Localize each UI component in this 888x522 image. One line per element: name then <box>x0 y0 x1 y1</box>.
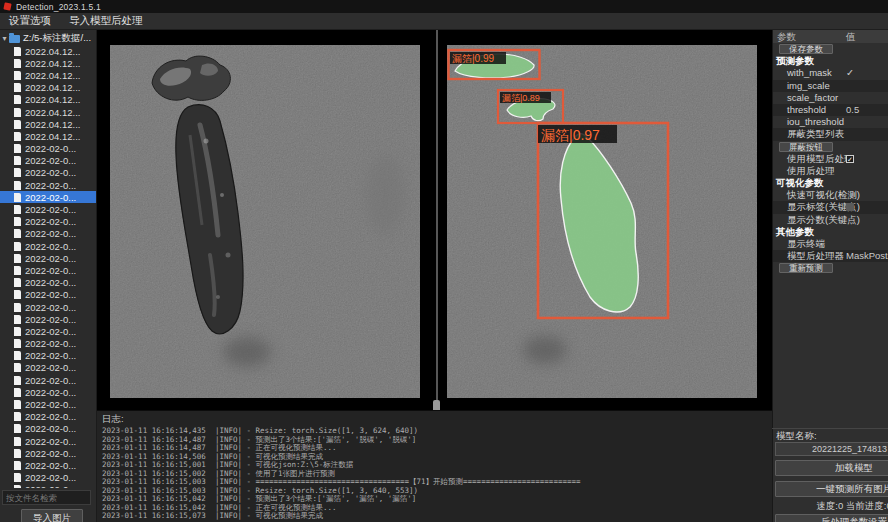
progress-text: 速度:0 当前进度:0 <box>775 500 888 513</box>
prediction-image-canvas[interactable]: 漏箔|0.99 漏箔|0.89 漏箔|0.97 <box>447 45 757 398</box>
tree-item[interactable]: 2022-02-0... <box>0 386 96 398</box>
tree-item[interactable]: 2022-02-0... <box>0 313 96 325</box>
file-icon <box>14 181 21 190</box>
param-row[interactable]: 模型后处理器MaskPostPro <box>773 250 888 262</box>
tree-item-label: 2022.04.12... <box>25 107 80 118</box>
import-images-button[interactable]: 导入图片 <box>21 509 83 522</box>
file-icon <box>14 363 21 372</box>
param-label: img_scale <box>787 80 830 92</box>
param-row[interactable]: 快速可视化(检测) <box>773 189 888 201</box>
log-content[interactable]: 2023-01-11 16:16:14,435 |INFO| - Resize:… <box>97 427 772 521</box>
tree-item[interactable]: 2022-02-0... <box>0 277 96 289</box>
tree-root-row[interactable]: ▾ Z:/5-标注数据/... <box>0 32 96 45</box>
param-label: iou_threshold <box>787 116 844 128</box>
search-input[interactable] <box>2 490 91 505</box>
menu-settings[interactable]: 设置选项 <box>9 14 51 28</box>
chevron-down-icon[interactable]: ▾ <box>0 34 9 43</box>
param-button[interactable]: 屏蔽按钮 <box>779 142 833 152</box>
value-column-header: 值 <box>846 30 856 43</box>
tree-item[interactable]: 2022-02-0... <box>0 301 96 313</box>
tree-item-label: 2022.04.12... <box>25 46 80 57</box>
param-row[interactable]: iou_threshold <box>773 116 888 128</box>
file-icon <box>14 156 21 165</box>
load-model-button[interactable]: 加载模型 <box>775 460 888 476</box>
log-title: 日志: <box>97 411 772 427</box>
file-tree[interactable]: ▾ Z:/5-标注数据/... 2022.04.12...2022.04.12.… <box>0 32 96 488</box>
tree-item-label: 2022-02-0... <box>25 192 76 203</box>
param-row[interactable]: 重新预测 <box>773 262 888 274</box>
tree-item-label: 2022-02-0... <box>25 180 76 191</box>
tree-item[interactable]: 2022-02-0... <box>0 411 96 423</box>
tree-item-label: 2022-02-0... <box>25 460 76 471</box>
param-row[interactable]: scale_factor <box>773 92 888 104</box>
param-row[interactable]: threshold0.5 <box>773 104 888 116</box>
tree-item-label: 2022.04.12... <box>25 70 80 81</box>
tree-item[interactable]: 2022.04.12... <box>0 57 96 69</box>
tree-item[interactable]: 2022.04.12... <box>0 94 96 106</box>
tree-item[interactable]: 2022.04.12... <box>0 82 96 94</box>
tree-item-label: 2022-02-0... <box>25 484 76 488</box>
tree-item[interactable]: 2022-02-0... <box>0 350 96 362</box>
tree-item[interactable]: 2022-02-0... <box>0 143 96 155</box>
tree-item[interactable]: 2022-02-0... <box>0 423 96 435</box>
param-row[interactable]: 屏蔽类型列表 <box>773 128 888 140</box>
tree-item[interactable]: 2022-02-0... <box>0 203 96 215</box>
checkbox[interactable]: ✓ <box>846 155 854 163</box>
tree-item[interactable]: 2022-02-0... <box>0 289 96 301</box>
param-row[interactable]: 使用模型后处理✓ <box>773 153 888 165</box>
tree-item[interactable]: 2022-02-0... <box>0 435 96 447</box>
param-label: scale_factor <box>787 92 838 104</box>
tree-item[interactable]: 2022-02-0... <box>0 472 96 484</box>
tree-item[interactable]: 2022-02-0... <box>0 374 96 386</box>
tree-item[interactable]: 2022-02-0... <box>0 240 96 252</box>
file-icon <box>14 120 21 129</box>
tree-item[interactable]: 2022-02-0... <box>0 155 96 167</box>
tree-item[interactable]: 2022-02-0... <box>0 167 96 179</box>
tree-item-label: 2022-02-0... <box>25 314 76 325</box>
param-row[interactable]: 屏蔽按钮 <box>773 141 888 153</box>
param-label: with_mask <box>787 67 832 79</box>
postprocess-settings-button[interactable]: 后处理参数设置 <box>775 514 888 522</box>
param-row[interactable]: with_mask✓ <box>773 67 888 79</box>
tree-item[interactable]: 2022-02-0... <box>0 447 96 459</box>
tree-item[interactable]: 2022-02-0... <box>0 179 96 191</box>
tree-item[interactable]: 2022.04.12... <box>0 45 96 57</box>
predict-all-button[interactable]: 一键预测所有图片 <box>775 481 888 497</box>
image-splitter[interactable] <box>436 30 438 410</box>
tree-item[interactable]: 2022-02-0... <box>0 398 96 410</box>
tree-item-label: 2022-02-0... <box>25 399 76 410</box>
app-window: Detection_2023.1.5.1 设置选项 导入模型后处理 ▾ Z:/5… <box>0 0 888 522</box>
tree-item[interactable]: 2022-02-0... <box>0 459 96 471</box>
menu-import-postprocess[interactable]: 导入模型后处理 <box>69 14 143 28</box>
tree-item-label: 2022-02-0... <box>25 448 76 459</box>
model-name-field[interactable]: 20221225_174813 <box>775 442 888 456</box>
original-image-canvas[interactable] <box>110 45 420 398</box>
tree-item[interactable]: 2022-02-0... <box>0 338 96 350</box>
param-row[interactable]: 显示分数(关键点) <box>773 214 888 226</box>
menu-bar: 设置选项 导入模型后处理 <box>0 13 888 30</box>
param-row[interactable]: 使用后处理 <box>773 165 888 177</box>
param-row[interactable]: 保存参数 <box>773 43 888 55</box>
tree-item[interactable]: 2022-02-0... <box>0 191 96 203</box>
tree-item[interactable]: 2022.04.12... <box>0 106 96 118</box>
param-row[interactable]: 显示终端 <box>773 238 888 250</box>
tree-item[interactable]: 2022-02-0... <box>0 252 96 264</box>
tree-item[interactable]: 2022.04.12... <box>0 130 96 142</box>
param-row[interactable]: 显示标签(关键点) <box>773 201 888 213</box>
tree-item[interactable]: 2022-02-0... <box>0 362 96 374</box>
tree-item[interactable]: 2022-02-0... <box>0 325 96 337</box>
file-icon <box>14 144 21 153</box>
tree-item[interactable]: 2022-02-0... <box>0 484 96 488</box>
tree-item-label: 2022-02-0... <box>25 277 76 288</box>
file-icon <box>14 449 21 458</box>
tree-item[interactable]: 2022.04.12... <box>0 69 96 81</box>
tree-item[interactable]: 2022-02-0... <box>0 216 96 228</box>
param-button[interactable]: 重新预测 <box>779 263 833 273</box>
tree-item[interactable]: 2022-02-0... <box>0 228 96 240</box>
checkbox[interactable] <box>846 203 854 211</box>
param-button[interactable]: 保存参数 <box>779 44 833 54</box>
tree-item[interactable]: 2022.04.12... <box>0 118 96 130</box>
tree-item[interactable]: 2022-02-0... <box>0 264 96 276</box>
folder-icon <box>9 35 20 43</box>
param-row[interactable]: img_scale <box>773 80 888 92</box>
